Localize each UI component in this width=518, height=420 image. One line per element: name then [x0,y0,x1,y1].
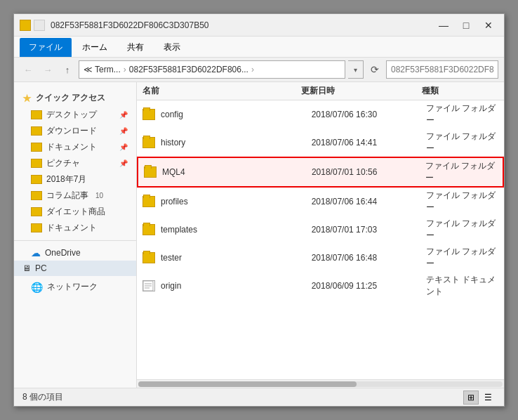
table-row[interactable]: config 2018/07/06 16:30 ファイル フォルダー [137,100,504,129]
content-area: 名前 更新日時 種類 config 2018/07/06 16:30 ファイル … [137,82,504,388]
sidebar-item-label: OneDrive [45,248,81,258]
quick-access-section[interactable]: ★ クイック アクセス [14,88,136,107]
explorer-window: 082F53F5881F3D6022DF806C3D307B50 — □ ✕ フ… [13,13,505,407]
pc-icon: 🖥 [22,263,31,273]
sidebar-item-label: 2018年7月 [46,173,86,185]
folder-icon [31,126,42,136]
folder-icon [142,137,155,148]
file-name: templates [161,225,306,235]
scrollbar-thumb[interactable] [138,381,357,387]
window-title: 082F53F5881F3D6022DF806C3D307B50 [51,20,434,30]
tab-view[interactable]: 表示 [154,38,190,57]
folder-icon [31,159,42,168]
sidebar-item-documents[interactable]: ドキュメント 📌 [14,139,136,155]
pin-icon: 📌 [119,159,128,167]
column-headers: 名前 更新日時 種類 [137,82,504,100]
file-name: tester [161,253,306,263]
title-bar-buttons: — □ ✕ [434,18,498,33]
sidebar-item-onedrive[interactable]: ☁ OneDrive [14,245,136,261]
status-bar: 8 個の項目 ⊞ ☰ [14,388,504,406]
up-button[interactable]: ↑ [59,61,76,78]
breadcrumb-separator: › [124,65,126,74]
sidebar-item-downloads[interactable]: ダウンロード 📌 [14,123,136,139]
table-row[interactable]: origin 2018/06/09 11:25 テキスト ドキュメント [137,272,504,300]
address-bar[interactable]: ≪ Term... › 082F53F5881F3D6022DF806... › [79,60,345,79]
navigation-bar: ← → ↑ ≪ Term... › 082F53F5881F3D6022DF80… [14,58,504,82]
minimize-button[interactable]: — [434,18,453,33]
title-bar-icons [20,20,45,31]
folder-icon [31,143,42,152]
detail-view-button[interactable]: ⊞ [463,391,479,405]
file-name: origin [161,281,306,291]
sidebar-item-label: ダイエット商品 [46,206,105,218]
file-date: 2018/07/01 10:56 [312,167,420,177]
file-date: 2018/07/01 17:03 [312,225,420,235]
view-buttons: ⊞ ☰ [463,391,496,405]
ribbon: ファイル ホーム 共有 表示 [14,37,504,58]
col-type-header[interactable]: 種類 [422,85,498,97]
breadcrumb-part2: 082F53F5881F3D6022DF806... [129,65,248,74]
file-name: config [161,110,306,119]
pin-icon: 📌 [119,143,128,151]
sidebar-item-column[interactable]: コラム記事 10 [14,188,136,204]
sidebar-item-diet[interactable]: ダイエット商品 [14,204,136,220]
star-icon: ★ [22,93,32,104]
sidebar-item-july2018[interactable]: 2018年7月 [14,171,136,188]
pin-icon: 📌 [119,111,128,119]
back-button[interactable]: ← [20,61,36,78]
table-row[interactable]: tester 2018/07/06 16:48 ファイル フォルダー [137,244,504,272]
folder-icon [142,224,155,235]
address-dropdown[interactable]: ▾ [348,60,364,79]
sidebar-item-documents2[interactable]: ドキュメント [14,220,136,236]
sidebar-item-label: ドキュメント [46,222,97,234]
table-row[interactable]: history 2018/07/06 14:41 ファイル フォルダー [137,129,504,157]
sidebar: ★ クイック アクセス デスクトップ 📌 ダウンロード 📌 ドキュメント 📌 ピ… [14,82,137,388]
file-name: MQL4 [162,167,306,177]
list-view-button[interactable]: ☰ [480,391,496,405]
search-bar[interactable] [386,60,498,79]
col-date-header[interactable]: 更新日時 [301,85,416,97]
col-name-header[interactable]: 名前 [142,85,295,97]
sidebar-item-desktop[interactable]: デスクトップ 📌 [14,107,136,123]
forward-button[interactable]: → [39,61,56,78]
file-date: 2018/07/06 16:44 [312,197,420,206]
tab-home[interactable]: ホーム [73,38,117,57]
breadcrumb-end: › [251,65,254,74]
folder-icon [31,223,42,232]
sidebar-item-label: ネットワーク [47,281,98,293]
item-count: 8 個の項目 [22,391,63,403]
search-input[interactable] [391,65,493,74]
pin-icon: 📌 [119,127,128,135]
main-area: ★ クイック アクセス デスクトップ 📌 ダウンロード 📌 ドキュメント 📌 ピ… [14,82,504,388]
sidebar-item-label: ピクチャ [46,157,80,169]
folder-icon [31,207,42,216]
refresh-button[interactable]: ⟳ [366,60,383,79]
sidebar-item-pc[interactable]: 🖥 PC [14,261,136,276]
folder-icon [142,109,155,120]
file-list: config 2018/07/06 16:30 ファイル フォルダー histo… [137,100,504,379]
folder-icon [142,196,155,207]
table-row-highlighted[interactable]: MQL4 2018/07/01 10:56 ファイル フォルダー [137,157,504,188]
file-date: 2018/07/06 16:48 [312,253,420,263]
folder-icon [31,175,42,184]
table-row[interactable]: templates 2018/07/01 17:03 ファイル フォルダー [137,216,504,244]
file-name: profiles [161,197,306,206]
folder-icon [142,252,155,263]
sidebar-item-label: ドキュメント [46,141,97,153]
maximize-button[interactable]: □ [456,18,476,33]
tab-file[interactable]: ファイル [20,38,72,57]
text-file-icon [142,280,155,291]
table-row[interactable]: profiles 2018/07/06 16:44 ファイル フォルダー [137,188,504,216]
ribbon-tabs: ファイル ホーム 共有 表示 [14,37,504,57]
sidebar-item-label: デスクトップ [46,109,97,121]
file-name: history [161,138,306,147]
file-type: ファイル フォルダー [426,246,498,270]
horizontal-scrollbar[interactable] [137,379,504,388]
close-button[interactable]: ✕ [479,18,498,33]
folder-icon [31,110,42,119]
sidebar-item-network[interactable]: 🌐 ネットワーク [14,279,136,295]
window-icon-secondary [34,20,45,31]
tab-share[interactable]: 共有 [118,38,153,57]
file-date: 2018/07/06 14:41 [312,138,420,147]
sidebar-item-pictures[interactable]: ピクチャ 📌 [14,155,136,171]
